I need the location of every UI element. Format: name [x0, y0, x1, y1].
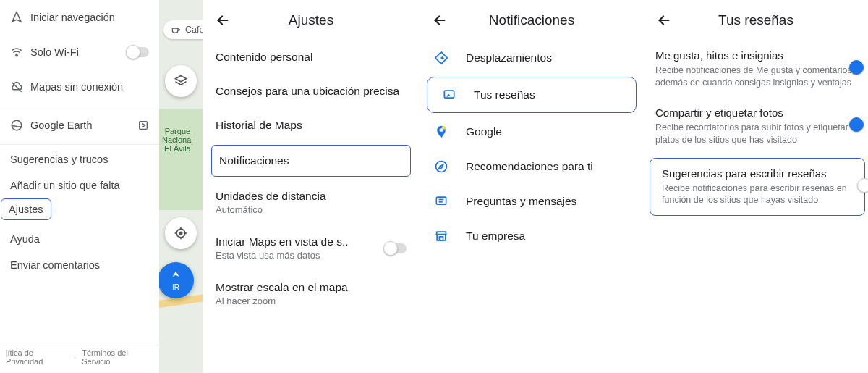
drawer-item-wifi-only[interactable]: Solo Wi-Fi [0, 35, 159, 70]
open-external-icon [137, 120, 149, 131]
appbar: Ajustes [203, 0, 420, 41]
notif-row-label: Tu empresa [466, 230, 525, 243]
drawer-item-help[interactable]: Ayuda [0, 226, 159, 252]
wifi-only-toggle[interactable] [127, 47, 149, 57]
pref-title: Compartir y etiquetar fotos [655, 106, 855, 119]
svg-rect-18 [440, 237, 443, 240]
appbar-title: Ajustes [236, 12, 412, 28]
settings-row-distance-units[interactable]: Unidades de distancia Automático [203, 180, 420, 225]
divider [0, 106, 159, 106]
pref-row-likes[interactable]: Me gusta, hitos e insignias Recibe notif… [644, 41, 868, 98]
svg-point-5 [179, 232, 182, 234]
svg-point-0 [16, 54, 17, 56]
appbar: Tus reseñas [644, 0, 868, 41]
svg-point-13 [442, 126, 446, 130]
back-button[interactable] [651, 12, 677, 28]
notif-row-business[interactable]: Tu empresa [420, 219, 644, 253]
appbar-title: Tus reseñas [677, 12, 861, 28]
nav-drawer: Iniciar navegación Solo Wi-Fi Mapas sin … [0, 0, 159, 373]
layers-button[interactable] [165, 65, 197, 97]
drawer-item-start-navigation[interactable]: Iniciar navegación [0, 0, 159, 35]
drawer-item-label: Solo Wi-Fi [30, 46, 127, 58]
settings-row-start-view[interactable]: Iniciar Maps en vista de s.. Esta vista … [203, 225, 420, 271]
drawer-item-tips[interactable]: Sugerencias y trucos [0, 146, 159, 172]
drawer-item-label: Mapas sin conexión [30, 81, 149, 93]
pref-desc: Recibe notificaciones de Me gusta y come… [655, 64, 855, 89]
drawer-item-settings[interactable]: Ajustes [1, 198, 51, 220]
settings-row-location-tips[interactable]: Consejos para una ubicación precisa [203, 74, 420, 109]
navigation-arrow-icon [10, 11, 30, 24]
svg-rect-15 [436, 197, 446, 204]
settings-row-notifications[interactable]: Notificaciones [211, 145, 411, 177]
terms-link[interactable]: Términos del Servicio [82, 348, 153, 366]
directions-icon [433, 51, 450, 65]
drawer-item-google-earth[interactable]: Google Earth [0, 108, 159, 143]
chat-icon [433, 194, 450, 209]
svg-line-1 [12, 82, 22, 92]
svg-rect-11 [444, 91, 454, 98]
storefront-icon [433, 229, 450, 243]
map-background-sliver: ParqueNacionalEl Ávila Cafet IR [159, 0, 203, 373]
notif-row-label: Preguntas y mensajes [466, 195, 576, 208]
chip-label: Cafet [185, 25, 203, 35]
map-park-label: ParqueNacionalEl Ávila [162, 127, 193, 153]
drawer-item-add-place[interactable]: Añadir un sitio que falta [0, 172, 159, 198]
notif-row-label: Recomendaciones para ti [466, 160, 593, 173]
drawer-footer: lítica de Privacidad · Términos del Serv… [0, 345, 159, 369]
category-chip-cafeterias[interactable]: Cafet [163, 20, 203, 39]
coffee-icon [171, 25, 181, 35]
row-subtitle: Al hacer zoom [216, 296, 407, 306]
row-subtitle: Automático [216, 204, 407, 215]
settings-screen: Ajustes Contenido personal Consejos para… [203, 0, 420, 373]
row-title: Mostrar escala en el mapa [216, 281, 407, 294]
divider [0, 144, 159, 145]
earth-icon [10, 119, 30, 132]
row-subtitle: Esta vista usa más datos [216, 250, 376, 261]
back-button[interactable] [210, 12, 236, 28]
settings-row-show-scale[interactable]: Mostrar escala en el mapa Al hacer zoom [203, 271, 420, 317]
notif-row-label: Tus reseñas [474, 88, 535, 101]
pref-row-share-photos[interactable]: Compartir y etiquetar fotos Recibe recor… [644, 98, 868, 155]
notif-row-commute[interactable]: Desplazamientos [420, 41, 644, 75]
notif-row-label: Google [466, 125, 502, 138]
settings-row-personal-content[interactable]: Contenido personal [203, 41, 420, 74]
appbar: Notificaciones [420, 0, 644, 41]
notif-row-questions[interactable]: Preguntas y mensajes [420, 184, 644, 219]
notif-row-your-reviews[interactable]: Tus reseñas [427, 77, 637, 113]
drawer-item-offline-maps[interactable]: Mapas sin conexión [0, 70, 159, 104]
fab-label: IR [172, 283, 179, 291]
pref-desc: Recibe notificaciones para escribir rese… [662, 183, 851, 207]
settings-row-maps-history[interactable]: Historial de Maps [203, 109, 420, 142]
pref-title: Sugerencias para escribir reseñas [662, 167, 851, 180]
privacy-link[interactable]: lítica de Privacidad [6, 348, 68, 366]
back-button[interactable] [427, 12, 453, 28]
dot-separator: · [74, 353, 76, 361]
pref-desc: Recibe recordatorios para subir fotos y … [655, 122, 855, 146]
pref-row-review-suggestions[interactable]: Sugerencias para escribir reseñas Recibe… [650, 158, 865, 217]
pref-title: Me gusta, hitos e insignias [655, 49, 855, 62]
cloud-off-icon [10, 80, 30, 93]
notif-row-google[interactable]: Google [420, 114, 644, 149]
google-pin-icon [433, 125, 450, 139]
appbar-title: Notificaciones [453, 12, 637, 28]
notifications-screen: Notificaciones Desplazamientos Tus reseñ… [420, 0, 644, 373]
svg-point-2 [12, 120, 22, 130]
drawer-item-label: Iniciar navegación [30, 12, 149, 23]
start-view-toggle[interactable] [385, 243, 407, 253]
review-icon [441, 88, 458, 102]
map-greenery [159, 109, 203, 210]
notif-row-recommendations[interactable]: Recomendaciones para ti [420, 149, 644, 184]
row-title: Unidades de distancia [216, 190, 407, 203]
drawer-item-label: Google Earth [30, 120, 137, 131]
wifi-icon [10, 46, 30, 59]
your-reviews-screen: Tus reseñas Me gusta, hitos e insignias … [644, 0, 868, 373]
row-title: Iniciar Maps en vista de s.. [216, 235, 376, 248]
my-location-button[interactable] [165, 217, 197, 249]
compass-icon [433, 159, 450, 174]
notif-row-label: Desplazamientos [466, 51, 552, 64]
navigate-fab[interactable]: IR [159, 262, 194, 298]
svg-point-14 [436, 162, 447, 172]
drawer-item-feedback[interactable]: Enviar comentarios [0, 252, 159, 278]
